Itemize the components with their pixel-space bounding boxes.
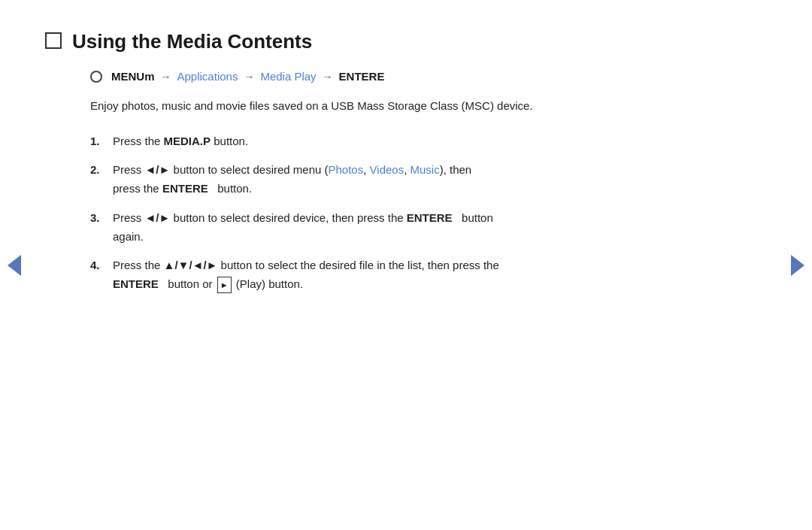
step-2-content: Press ◄/► button to select desired menu … — [113, 161, 707, 198]
step-3: 3. Press ◄/► button to select desired de… — [90, 209, 707, 247]
steps-list: 1. Press the MEDIA.P button. 2. Press ◄/… — [90, 132, 767, 294]
lr-arrows-3: ◄/► — [145, 211, 171, 224]
videos-link[interactable]: Videos — [370, 163, 404, 176]
step-2: 2. Press ◄/► button to select desired me… — [90, 161, 707, 198]
photos-link[interactable]: Photos — [329, 163, 364, 176]
nav-arrow-right[interactable] — [791, 255, 804, 276]
step-4: 4. Press the ▲/▼/◄/► button to select th… — [90, 256, 707, 294]
enter-label: ENTERE — [339, 70, 385, 83]
step-1-number: 1. — [90, 132, 113, 151]
music-link[interactable]: Music — [411, 163, 440, 176]
menu-path: MENUm → Applications → Media Play → ENTE… — [90, 70, 767, 83]
arrow-1: → — [161, 71, 171, 83]
step-2-number: 2. — [90, 161, 113, 180]
step-1: 1. Press the MEDIA.P button. — [90, 132, 707, 151]
enter-step2: ENTERE — [162, 182, 208, 195]
step-1-content: Press the MEDIA.P button. — [113, 132, 707, 151]
section-header: Using the Media Contents — [45, 30, 767, 53]
step-4-content: Press the ▲/▼/◄/► button to select the d… — [113, 256, 707, 294]
circle-icon — [90, 71, 102, 83]
description: Enjoy photos, music and movie files save… — [90, 96, 707, 116]
enter-step3: ENTERE — [407, 211, 453, 224]
step-3-content: Press ◄/► button to select desired devic… — [113, 209, 707, 247]
applications-link[interactable]: Applications — [177, 70, 238, 83]
arrow-3: → — [323, 71, 333, 83]
ud-lr-arrows-4: ▲/▼/◄/► — [164, 259, 218, 271]
nav-arrow-left[interactable] — [8, 255, 21, 276]
menu-label: MENUm — [111, 70, 155, 83]
lr-arrows-2: ◄/► — [145, 163, 171, 176]
page-container: Using the Media Contents MENUm → Applica… — [0, 0, 812, 530]
media-p-label: MEDIA.P — [164, 135, 211, 147]
step-4-number: 4. — [90, 256, 113, 275]
step-3-number: 3. — [90, 209, 113, 228]
enter-step4: ENTERE — [113, 277, 159, 290]
arrow-2: → — [244, 71, 254, 83]
checkbox-icon — [45, 32, 62, 49]
media-play-link[interactable]: Media Play — [260, 70, 316, 83]
page-title: Using the Media Contents — [72, 30, 312, 53]
play-button-icon: ► — [217, 277, 232, 293]
